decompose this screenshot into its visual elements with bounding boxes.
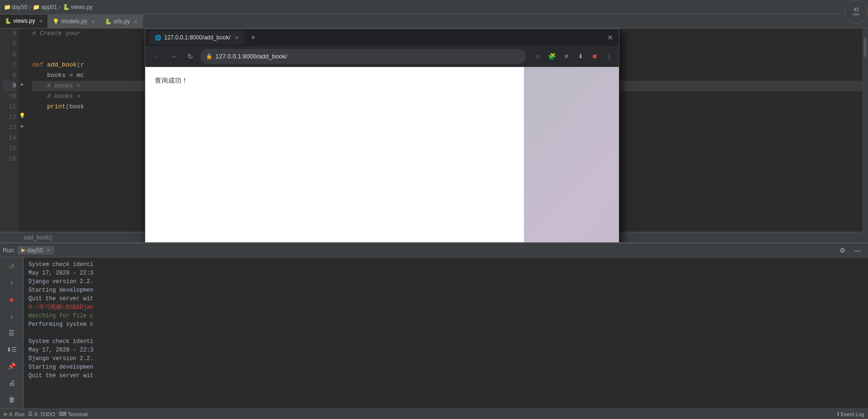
tab-label-views: views.py [13, 18, 35, 24]
browser-window-close-btn[interactable]: ✕ [606, 32, 615, 43]
downloads-btn[interactable]: ⬇ [574, 50, 587, 63]
print-btn[interactable]: 🖨 [5, 376, 19, 389]
address-bar[interactable]: 🔒 127.0.0.1:8000/add_book/ [200, 49, 526, 64]
tabs-bar: 🐍 views.py ✕ 💡 models.py ✕ 🐍 urls.py ✕ [0, 14, 868, 29]
line-num-4: 4 [3, 29, 16, 39]
forward-button[interactable]: → [166, 49, 180, 64]
browser-tab-bar: 🌐 127.0.0.1:8000/add_book/ ✕ + ✕ [145, 29, 619, 46]
run-session-icon: ▶ [21, 247, 25, 253]
scroll-to-end-btn[interactable]: ⬇☰ [5, 343, 19, 356]
line-numbers: 4 5 6 7 8 9 10 11 12 13 14 15 16 [0, 29, 19, 242]
todo-label: 6: TODO [34, 411, 55, 417]
breadcrumb-viewspy-label: views.py [71, 4, 93, 10]
todo-status-item[interactable]: ☰ 6: TODO [28, 411, 55, 417]
line-num-16: 16 [3, 154, 16, 164]
breadcrumb-day50[interactable]: 📁 day50 [4, 4, 28, 10]
folder-icon: 📁 [4, 4, 10, 10]
lightbulb-icon: 💡 [19, 113, 26, 119]
tab-icon-views: 🐍 [5, 18, 11, 24]
stop-btn[interactable]: ■ [5, 294, 19, 306]
menu-btn[interactable]: ⋮ [603, 50, 615, 63]
console-line-7: Watching for file c [28, 312, 863, 320]
breadcrumb-viewspy[interactable]: 🐍 views.py [63, 4, 93, 10]
browser-tab-close[interactable]: ✕ [235, 35, 239, 40]
scrollbar-thumb[interactable] [864, 38, 867, 57]
browser-bg-decoration [524, 67, 619, 242]
settings-gear-btn[interactable]: ⚙ [836, 244, 849, 257]
event-log-label: Event Log [840, 411, 864, 417]
run-toolbar: ↺ ↑ ■ ↓ ☰ ⬇☰ 📌 🖨 🗑 [0, 257, 24, 409]
tab-label-urls: urls.py [113, 18, 130, 25]
tab-models-py[interactable]: 💡 models.py ✕ [48, 15, 100, 28]
console-line-11: May 17, 2020 - 22:3 [28, 346, 863, 354]
line-num-5: 5 [3, 39, 16, 49]
line-num-7: 7 [3, 60, 16, 70]
run-status-label: 4: Run [9, 411, 24, 417]
status-bar: ▶ 4: Run ☰ 6: TODO ⌨ Terminal ℹ Event Lo… [0, 409, 868, 419]
run-status-item[interactable]: ▶ 4: Run [4, 411, 24, 417]
console-line-4: Starting developmen [28, 286, 863, 295]
browser-close-btn2[interactable]: ✕ [560, 50, 572, 63]
console-line-2: May 17, 2020 - 22:3 [28, 269, 863, 277]
address-url: 127.0.0.1:8000/add_book/ [215, 53, 287, 60]
address-lock-icon: 🔒 [206, 53, 213, 59]
run-session-label: day50 [27, 247, 43, 254]
editor-scrollbar[interactable] [862, 29, 868, 242]
console-line-3: Django version 2.2. [28, 277, 863, 286]
event-log-item[interactable]: ℹ Event Log [837, 411, 864, 417]
tab-close-urls[interactable]: ✕ [134, 19, 138, 24]
console-line-10: System check identi [28, 337, 863, 346]
bottom-console-area: ↺ ↑ ■ ↓ ☰ ⬇☰ 📌 🖨 🗑 System check identi M… [0, 257, 868, 409]
rerun-btn[interactable]: ↺ [5, 260, 19, 273]
clock-subtitle: +04: [852, 12, 860, 17]
bottom-tabs-bar: Run: ▶ day50 ✕ ⚙ — [0, 243, 868, 257]
bulb-icon-9[interactable]: 💡 [19, 112, 26, 119]
fold-icon-10[interactable]: ▶ [19, 123, 26, 129]
line-num-15: 15 [3, 143, 16, 154]
line-num-12: 12 [3, 112, 16, 123]
extensions-btn[interactable]: 🧩 [546, 50, 558, 63]
tab-urls-py[interactable]: 🐍 urls.py ✕ [100, 15, 143, 28]
pin-btn[interactable]: 📌 [5, 360, 19, 372]
delete-btn[interactable]: 🗑 [5, 393, 19, 406]
browser-tab-active[interactable]: 🌐 127.0.0.1:8000/add_book/ ✕ [149, 30, 244, 45]
browser-new-tab-btn[interactable]: + [246, 31, 260, 44]
fold-triangle-icon: ▶ [21, 82, 24, 86]
terminal-status-item[interactable]: ⌨ Terminal [59, 411, 88, 417]
corner-clock: 43 +04: [844, 0, 868, 24]
line-num-14: 14 [3, 133, 16, 143]
breadcrumb: 📁 day50 › 📁 app01 › 🐍 views.py [4, 4, 93, 10]
back-button[interactable]: ← [149, 49, 163, 64]
line-num-11: 11 [3, 102, 16, 112]
format-btn[interactable]: ☰ [5, 327, 19, 340]
console-line-9 [28, 329, 863, 337]
run-session-close-btn[interactable]: ✕ [47, 248, 50, 253]
editor-area: 4 5 6 7 8 9 10 11 12 13 14 15 16 [0, 29, 868, 242]
bookmark-btn[interactable]: ☆ [532, 50, 544, 63]
event-log-icon: ℹ [837, 411, 839, 417]
minimize-panel-btn[interactable]: — [851, 244, 864, 257]
run-status-icon: ▶ [4, 411, 8, 417]
tab-close-models[interactable]: ✕ [91, 19, 95, 24]
success-message: 查询成功！ [155, 76, 609, 85]
breadcrumb-sep-2: › [59, 4, 61, 10]
line-num-10: 10 [3, 91, 16, 102]
run-label: Run: [0, 247, 18, 254]
reload-button[interactable]: ↻ [183, 49, 197, 64]
console-line-5: Quit the server wit [28, 295, 863, 303]
tab-views-py[interactable]: 🐍 views.py ✕ [0, 15, 48, 28]
run-session-tab[interactable]: ▶ day50 ✕ [18, 246, 54, 255]
scroll-down-btn[interactable]: ↓ [5, 310, 19, 323]
scroll-up-btn[interactable]: ↑ [5, 277, 19, 290]
browser-window[interactable]: 🌐 127.0.0.1:8000/add_book/ ✕ + ✕ ← → ↻ 🔒… [145, 29, 619, 242]
browser-actions: ☆ 🧩 ✕ ⬇ ⏺ ⋮ [532, 50, 615, 63]
record-btn[interactable]: ⏺ [588, 50, 601, 63]
line-num-13: 13 [3, 123, 16, 133]
breadcrumb-app01[interactable]: 📁 app01 [33, 4, 57, 10]
fold-icon-7[interactable]: ▶ [19, 81, 26, 87]
console-line-13: Starting developmen [28, 363, 863, 371]
tab-close-views[interactable]: ✕ [39, 19, 43, 24]
editor-gutter: ▶ 💡 ▶ [19, 29, 28, 242]
console-text-area: System check identi May 17, 2020 - 22:3 … [28, 260, 863, 406]
console-line-6: H:\学习视频\前端&Djan [28, 303, 863, 312]
